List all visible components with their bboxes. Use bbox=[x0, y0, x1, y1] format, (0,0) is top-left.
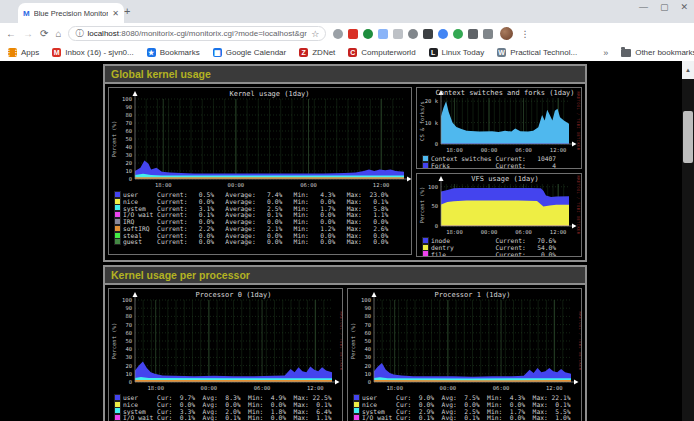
search-ext-icon[interactable] bbox=[333, 29, 343, 39]
context-switches-graph[interactable]: 010 k20 k18:0000:0006:0012:00Context swi… bbox=[416, 87, 582, 169]
svg-text:VFS usage (1day): VFS usage (1day) bbox=[471, 175, 538, 183]
gray-ext-icon[interactable] bbox=[393, 29, 403, 39]
svg-text:Percent (%): Percent (%) bbox=[419, 187, 425, 223]
blue-oval-ext-icon[interactable] bbox=[438, 29, 448, 39]
svg-text:50: 50 bbox=[364, 338, 371, 344]
tab-close-icon[interactable]: ✕ bbox=[112, 9, 119, 18]
svg-text:18:00: 18:00 bbox=[446, 229, 463, 235]
svg-text:18:00: 18:00 bbox=[155, 182, 172, 188]
url-bar[interactable]: ⓘ localhost:8080/monitorix-cgi/monitorix… bbox=[68, 26, 326, 41]
legend-row: file Current: 0.0% bbox=[423, 251, 581, 257]
legend-swatch-inode bbox=[423, 238, 428, 243]
bookmark-label: ZDNet bbox=[312, 48, 335, 57]
svg-text:40: 40 bbox=[364, 346, 371, 352]
svg-text:80: 80 bbox=[125, 313, 132, 319]
bookmark-label: Inbox (16) - sjvn0... bbox=[65, 48, 133, 57]
vfs-usage-graph[interactable]: 05010018:0000:0006:0012:00VFS usage (1da… bbox=[416, 173, 582, 257]
svg-text:Percent (%): Percent (%) bbox=[111, 323, 117, 359]
svg-text:100: 100 bbox=[122, 96, 132, 102]
other-bookmarks-button[interactable]: Other bookmarks bbox=[621, 48, 694, 57]
context-switches-legend: Context switches Current: 10407Forks Cur… bbox=[417, 154, 581, 169]
svg-text:00:00: 00:00 bbox=[440, 385, 457, 391]
legend-swatch-system bbox=[115, 205, 120, 210]
folder-icon bbox=[621, 49, 631, 57]
bookmark-star-icon[interactable]: ☆ bbox=[311, 29, 319, 39]
svg-text:Kernel usage (1day): Kernel usage (1day) bbox=[229, 90, 309, 98]
legend-swatch-nice bbox=[115, 402, 120, 407]
green-circle-ext-icon[interactable] bbox=[453, 29, 463, 39]
vfs-usage-legend: inode Current: 70.6%dentry Current: 54.0… bbox=[417, 236, 581, 257]
legend-swatch-file bbox=[423, 251, 428, 256]
section-kernel-usage-per-processor: Kernel usage per processor 0102030405060… bbox=[103, 265, 587, 421]
svg-text:20: 20 bbox=[125, 363, 132, 369]
tab-title: Blue Precision Monitorix bbox=[34, 9, 109, 18]
svg-text:60: 60 bbox=[125, 330, 132, 336]
svg-text:00:00: 00:00 bbox=[481, 229, 498, 235]
svg-text:40: 40 bbox=[125, 144, 132, 150]
window-maximize-button[interactable]: ▢ bbox=[660, 2, 669, 12]
scrollbar-thumb[interactable] bbox=[683, 111, 693, 163]
dark-square-ext-icon[interactable] bbox=[423, 29, 433, 39]
paw-ext-icon[interactable] bbox=[408, 29, 418, 39]
bookmark-computerworld[interactable]: CComputerworld bbox=[348, 48, 415, 57]
svg-text:12:00: 12:00 bbox=[546, 385, 563, 391]
bookmark-label: Linux Today bbox=[442, 48, 485, 57]
section-title: Global kernel usage bbox=[105, 66, 585, 84]
page-info-icon[interactable]: ⓘ bbox=[75, 28, 83, 39]
bookmarks-bar-items: ⋮⋮AppsMInbox (16) - sjvn0...★Bookmarks▦G… bbox=[8, 48, 577, 57]
svg-text:00:00: 00:00 bbox=[481, 147, 498, 153]
bookmark-apps[interactable]: ⋮⋮Apps bbox=[8, 48, 39, 57]
svg-text:Percent (%): Percent (%) bbox=[111, 121, 117, 157]
bookmark-zdnet[interactable]: ZZDNet bbox=[299, 48, 335, 57]
scrollbar-up-arrow-icon[interactable]: ▲ bbox=[682, 61, 694, 79]
legend-swatch-nice bbox=[115, 199, 120, 204]
svg-text:20 k: 20 k bbox=[425, 98, 439, 104]
bookmark-inbox-16-sjvn0[interactable]: MInbox (16) - sjvn0... bbox=[52, 48, 133, 57]
legend-swatch-softirq bbox=[115, 226, 120, 231]
bookmark-bookmarks[interactable]: ★Bookmarks bbox=[147, 48, 200, 57]
processor-1-graph[interactable]: 010203040506070809010018:0000:0006:0012:… bbox=[347, 288, 582, 421]
svg-text:RRDTOOL / TOBI OETIKER: RRDTOOL / TOBI OETIKER bbox=[411, 109, 412, 168]
svg-text:12:00: 12:00 bbox=[550, 147, 567, 153]
world-ext-icon[interactable] bbox=[363, 29, 373, 39]
reload-button[interactable]: ⟳ bbox=[40, 28, 48, 39]
back-button[interactable]: ← bbox=[6, 28, 16, 39]
bookmark-linux-today[interactable]: LLinux Today bbox=[429, 48, 485, 57]
processor-0-legend: user Cur: 9.7% Avg: 8.3% Min: 4.9% Max: … bbox=[109, 393, 342, 421]
svg-text:06:00: 06:00 bbox=[254, 385, 271, 391]
processor-0-graph[interactable]: 010203040506070809010018:0000:0006:0012:… bbox=[108, 288, 343, 421]
kernel-usage-graph[interactable]: 010203040506070809010018:0000:0006:0012:… bbox=[108, 87, 412, 255]
legend-swatch-nice bbox=[354, 402, 359, 407]
window-minimize-button[interactable]: — bbox=[639, 2, 648, 12]
browser-menu-icon[interactable]: ⋮ bbox=[520, 29, 529, 39]
monitorix-page: Global kernel usage 01020304050607080901… bbox=[0, 61, 694, 421]
window-close-button[interactable]: ✕ bbox=[680, 2, 688, 12]
svg-text:Processor 0 (1day): Processor 0 (1day) bbox=[196, 291, 272, 299]
svg-text:40: 40 bbox=[125, 346, 132, 352]
svg-text:90: 90 bbox=[125, 305, 132, 311]
legend-swatch-context-switches bbox=[423, 156, 428, 161]
reading-list-ext-icon[interactable] bbox=[483, 29, 493, 39]
gmail-ext-icon[interactable] bbox=[348, 29, 358, 39]
pages-ext-icon[interactable] bbox=[378, 29, 388, 39]
legend-swatch-steal bbox=[115, 233, 120, 238]
gmail-icon: M bbox=[52, 48, 61, 57]
bookmarks-overflow-chevron[interactable]: » bbox=[603, 48, 608, 58]
home-button[interactable]: ⌂ bbox=[55, 28, 61, 39]
legend-row: I/O wait Cur: 0.1% Avg: 0.1% Min: 0.0% M… bbox=[115, 414, 342, 421]
profile-avatar[interactable] bbox=[500, 27, 513, 40]
legend-swatch-forks bbox=[423, 163, 428, 168]
page-scrollbar[interactable]: ▲ bbox=[682, 61, 694, 421]
svg-text:60: 60 bbox=[364, 330, 371, 336]
bookmark-label: Apps bbox=[21, 48, 39, 57]
svg-text:RRDTOOL / TOBI OETIKER: RRDTOOL / TOBI OETIKER bbox=[578, 311, 582, 370]
bookmark-practical-technol[interactable]: WPractical Technol... bbox=[497, 48, 577, 57]
svg-text:100: 100 bbox=[361, 297, 371, 303]
forward-button[interactable]: → bbox=[23, 28, 33, 39]
svg-text:CS & forks/s: CS & forks/s bbox=[419, 101, 425, 141]
puzzle-ext-icon[interactable] bbox=[468, 29, 478, 39]
browser-tab[interactable]: M Blue Precision Monitorix ✕ bbox=[18, 3, 124, 23]
svg-text:Processor 1 (1day): Processor 1 (1day) bbox=[435, 291, 511, 299]
bookmark-google-calendar[interactable]: ▦Google Calendar bbox=[213, 48, 286, 57]
new-tab-button[interactable]: + bbox=[124, 6, 130, 17]
